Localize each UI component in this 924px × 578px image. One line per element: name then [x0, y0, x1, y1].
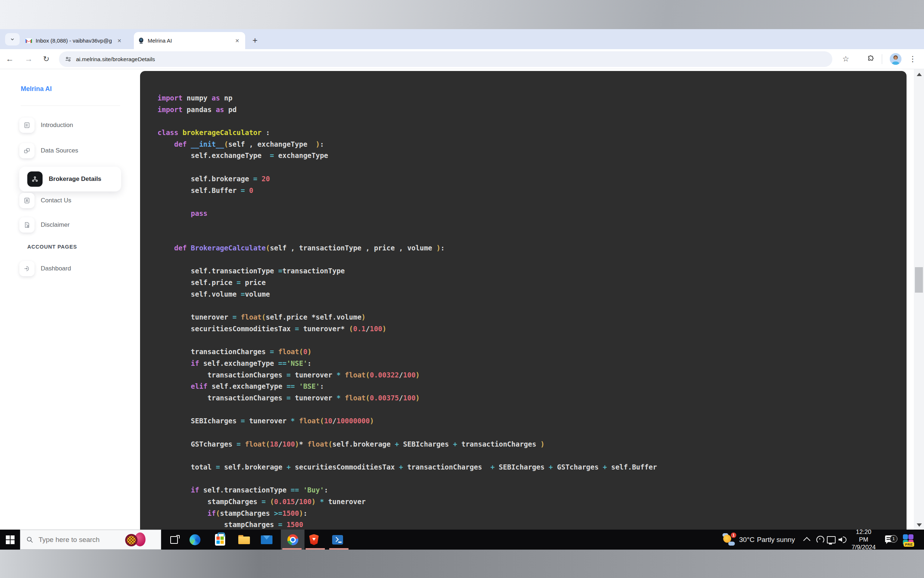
- rotation-lock-icon: [816, 536, 824, 544]
- dashboard-icon: [19, 261, 34, 276]
- disclaimer-icon: [19, 217, 34, 232]
- chrome-running-indicator: [282, 548, 302, 550]
- close-icon[interactable]: ✕: [233, 37, 241, 44]
- sidebar-item-brokerage-details[interactable]: Brokerage Details: [19, 167, 121, 192]
- copilot-button[interactable]: PRE: [900, 529, 917, 550]
- date-text: 7/9/2024: [851, 544, 875, 551]
- powershell-app-button[interactable]: [328, 529, 348, 550]
- weather-icon: 1: [722, 533, 736, 546]
- scrollbar-thumb[interactable]: [915, 267, 923, 293]
- task-view-button[interactable]: [165, 529, 185, 550]
- volume-button[interactable]: [837, 529, 848, 550]
- extensions-puzzle-icon[interactable]: [865, 53, 877, 65]
- address-bar[interactable]: ai.melrina.site/brokerageDetails: [59, 51, 832, 67]
- microsoft-store-button[interactable]: [210, 529, 230, 550]
- tab-gmail[interactable]: Inbox (8,088) - vaibhav36vp@g ✕: [21, 32, 127, 49]
- sidebar-item-label: Dashboard: [41, 265, 71, 272]
- tray-overflow-button[interactable]: [802, 529, 813, 550]
- brave-running-indicator: [306, 548, 325, 550]
- sidebar-item-dashboard[interactable]: Dashboard: [19, 257, 128, 280]
- sidebar-section-heading: ACCOUNT PAGES: [27, 244, 77, 250]
- start-button[interactable]: [0, 529, 20, 550]
- action-center-button[interactable]: 1: [882, 529, 898, 550]
- taskbar-search-box[interactable]: [20, 529, 161, 550]
- speaker-wave-icon: [843, 536, 846, 543]
- new-tab-button[interactable]: +: [249, 35, 261, 46]
- weather-badge: 1: [731, 533, 736, 538]
- close-icon[interactable]: ✕: [116, 37, 123, 44]
- sidebar: Melrina AI Introduction Data Sources Bro…: [0, 69, 140, 529]
- weather-condition-text[interactable]: Partly sunny: [757, 529, 795, 550]
- code-block: import numpy as npimport pandas as pd cl…: [140, 71, 906, 529]
- powershell-running-indicator: [329, 548, 348, 550]
- search-icon: [26, 536, 34, 544]
- clock[interactable]: 12:20 PM 7/9/2024: [851, 529, 877, 550]
- browser-toolbar: ← → ↻ ai.melrina.site/brokerageDetails ☆…: [0, 49, 924, 69]
- desktop-background-bottom: [0, 550, 924, 578]
- taskbar-search-input[interactable]: [38, 536, 123, 544]
- scroll-up-icon[interactable]: [917, 73, 922, 76]
- network-icon: [827, 536, 836, 544]
- mail-app-button[interactable]: [257, 529, 277, 550]
- notification-count-badge: 1: [890, 535, 897, 543]
- sidebar-item-contact-us[interactable]: Contact Us: [19, 189, 128, 212]
- page-content: Melrina AI Introduction Data Sources Bro…: [0, 69, 924, 529]
- tab-title: Melrina AI: [148, 37, 230, 44]
- code-panel: import numpy as npimport pandas as pd cl…: [140, 71, 906, 529]
- powershell-icon: [332, 535, 343, 544]
- contact-us-icon: [19, 193, 34, 208]
- sidebar-item-label: Data Sources: [41, 147, 78, 154]
- brand-logo[interactable]: Melrina AI: [21, 85, 52, 93]
- vertical-scrollbar[interactable]: [914, 69, 924, 529]
- sidebar-item-disclaimer[interactable]: Disclaimer: [19, 214, 128, 236]
- weather-tray-button[interactable]: 1: [720, 529, 738, 550]
- tab-search-button[interactable]: [5, 33, 19, 45]
- chevron-up-icon: [803, 537, 811, 544]
- url-text: ai.melrina.site/brokerageDetails: [76, 56, 155, 63]
- brave-app-button[interactable]: [304, 529, 324, 550]
- melrina-favicon-icon: [138, 37, 144, 44]
- site-info-icon[interactable]: [65, 56, 72, 63]
- temperature-text[interactable]: 30°C: [738, 529, 755, 550]
- network-button[interactable]: [825, 529, 837, 550]
- bookmark-star-icon[interactable]: ☆: [840, 53, 852, 65]
- tab-title: Inbox (8,088) - vaibhav36vp@g: [36, 37, 112, 44]
- sidebar-item-data-sources[interactable]: Data Sources: [19, 140, 128, 162]
- tab-strip: Inbox (8,088) - vaibhav36vp@g ✕ Melrina …: [0, 29, 924, 49]
- speaker-icon: [838, 537, 842, 542]
- microsoft-store-icon: [215, 534, 225, 546]
- file-explorer-icon: [238, 535, 250, 544]
- reload-button[interactable]: ↻: [39, 52, 53, 66]
- back-button[interactable]: ←: [3, 52, 17, 66]
- chrome-app-button[interactable]: [281, 529, 304, 550]
- search-highlight-fruit-icon[interactable]: [125, 532, 146, 548]
- gmail-favicon-icon: [26, 38, 32, 43]
- windows-taskbar: 1 30°C Partly sunny 12:20 PM 7/9/2024 1 …: [0, 529, 924, 550]
- edge-icon: [189, 534, 201, 545]
- task-view-icon: [170, 535, 180, 544]
- windows-logo-icon: [6, 536, 15, 544]
- copilot-preview-badge: PRE: [904, 542, 914, 547]
- sidebar-item-introduction[interactable]: Introduction: [19, 114, 128, 136]
- brave-icon: [309, 534, 319, 545]
- chevron-down-icon: [10, 37, 15, 42]
- copilot-icon: PRE: [903, 534, 914, 545]
- forward-button[interactable]: →: [22, 52, 36, 66]
- sidebar-divider: [21, 106, 120, 106]
- rotation-lock-button[interactable]: [815, 529, 826, 550]
- file-explorer-button[interactable]: [234, 529, 254, 550]
- desktop-background-top: [0, 0, 924, 29]
- introduction-icon: [19, 118, 34, 133]
- tab-melrina[interactable]: Melrina AI ✕: [134, 32, 245, 49]
- profile-avatar[interactable]: [890, 53, 901, 65]
- sidebar-item-label: Disclaimer: [41, 221, 70, 229]
- sidebar-item-label: Introduction: [41, 122, 73, 129]
- time-text: 12:20 PM: [851, 528, 877, 544]
- sidebar-item-label: Brokerage Details: [49, 175, 102, 183]
- brokerage-details-icon: [27, 171, 42, 187]
- browser-menu-kebab-icon[interactable]: ⋮: [906, 53, 919, 65]
- edge-app-button[interactable]: [185, 529, 205, 550]
- mail-icon: [261, 536, 272, 544]
- scroll-down-icon[interactable]: [917, 523, 922, 527]
- data-sources-icon: [19, 143, 34, 158]
